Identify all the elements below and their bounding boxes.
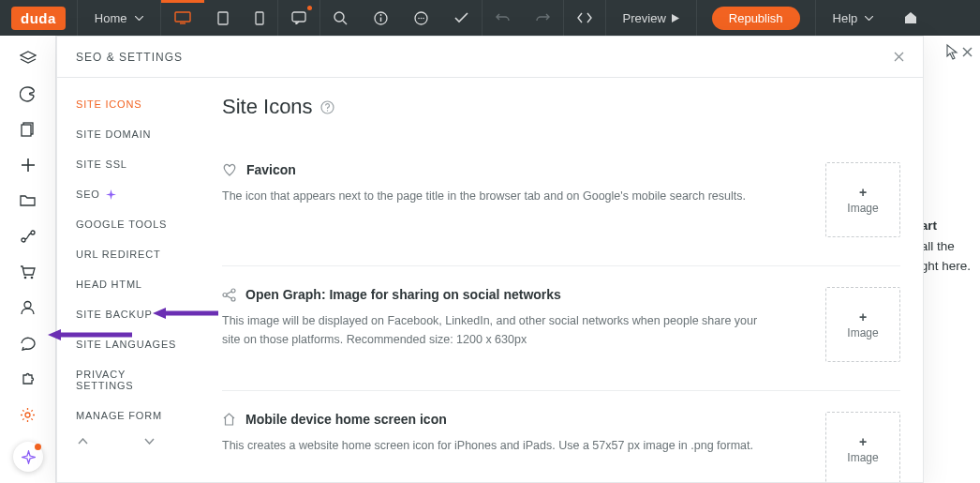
palette-icon[interactable] bbox=[19, 84, 37, 103]
plus-icon: + bbox=[859, 309, 867, 325]
chat-button[interactable] bbox=[401, 0, 441, 36]
left-rail bbox=[0, 36, 56, 483]
open-graph-section: Open Graph: Image for sharing on social … bbox=[222, 266, 900, 391]
svg-rect-0 bbox=[175, 12, 190, 22]
svg-rect-2 bbox=[218, 12, 228, 24]
background-text: art all the ght here. bbox=[921, 216, 971, 277]
nav-privacy-settings[interactable]: Privacy Settings bbox=[57, 359, 200, 400]
chevron-down-icon bbox=[135, 16, 143, 21]
nav-head-html[interactable]: Head HTML bbox=[57, 269, 200, 299]
nav-seo-label: SEO bbox=[76, 189, 100, 200]
help-menu[interactable]: Help bbox=[816, 0, 891, 36]
bg-line-2: all the bbox=[921, 236, 971, 257]
svg-point-18 bbox=[22, 238, 25, 242]
panel-header: SEO & SETTINGS bbox=[57, 37, 923, 78]
svg-point-5 bbox=[334, 12, 344, 22]
preview-button[interactable]: Preview bbox=[606, 0, 696, 36]
svg-point-9 bbox=[379, 14, 381, 16]
tablet-view-button[interactable] bbox=[204, 0, 242, 36]
mobile-title: Mobile device home screen icon bbox=[245, 412, 447, 427]
preview-label: Preview bbox=[623, 11, 666, 25]
ai-assist-fab[interactable] bbox=[13, 442, 43, 472]
nav-site-domain[interactable]: Site Domain bbox=[57, 119, 200, 149]
add-icon[interactable] bbox=[19, 156, 37, 174]
puzzle-icon[interactable] bbox=[19, 370, 37, 388]
user-icon[interactable] bbox=[19, 298, 37, 317]
svg-point-32 bbox=[231, 297, 235, 301]
layers-icon[interactable] bbox=[19, 49, 37, 68]
notification-dot-icon bbox=[307, 6, 312, 10]
info-button[interactable] bbox=[361, 0, 401, 36]
nav-google-tools[interactable]: Google Tools bbox=[57, 209, 200, 239]
connections-icon[interactable] bbox=[19, 227, 37, 246]
background-cursor-hint bbox=[945, 43, 973, 60]
comments-button[interactable] bbox=[278, 0, 319, 36]
search-button[interactable] bbox=[320, 0, 361, 36]
dev-mode-button[interactable] bbox=[564, 0, 605, 36]
chevron-down-icon bbox=[865, 16, 873, 21]
plus-icon: + bbox=[859, 185, 867, 200]
svg-point-21 bbox=[31, 276, 34, 279]
svg-point-23 bbox=[25, 413, 30, 417]
republish-button[interactable]: Republish bbox=[712, 7, 800, 30]
favicon-upload[interactable]: + Image bbox=[825, 162, 900, 237]
mobile-view-button[interactable] bbox=[242, 0, 277, 36]
svg-line-34 bbox=[227, 295, 231, 298]
separator bbox=[696, 0, 697, 36]
content-title-text: Site Icons bbox=[222, 95, 313, 119]
seo-settings-panel: SEO & SETTINGS Site Icons Site Domain Si… bbox=[56, 36, 924, 483]
nav-site-languages[interactable]: Site Languages bbox=[57, 329, 200, 359]
panel-title: SEO & SETTINGS bbox=[76, 51, 183, 64]
nav-site-ssl[interactable]: Site SSL bbox=[57, 149, 200, 179]
redo-button[interactable] bbox=[523, 0, 563, 36]
nav-scroll-up-button[interactable] bbox=[78, 438, 88, 445]
svg-point-29 bbox=[326, 110, 327, 111]
desktop-view-button[interactable] bbox=[161, 0, 204, 36]
svg-point-22 bbox=[24, 302, 31, 309]
favicon-desc: The icon that appears next to the page t… bbox=[222, 187, 769, 205]
content-title: Site Icons bbox=[222, 95, 900, 119]
duda-logo[interactable]: duda bbox=[11, 7, 66, 30]
settings-icon[interactable] bbox=[19, 405, 37, 424]
folder-icon[interactable] bbox=[19, 191, 37, 210]
plus-icon: + bbox=[859, 434, 867, 449]
chat-icon[interactable] bbox=[19, 334, 37, 353]
svg-point-31 bbox=[231, 289, 235, 293]
upload-label: Image bbox=[847, 202, 878, 215]
cart-icon[interactable] bbox=[19, 263, 37, 281]
mobile-upload[interactable]: + Image bbox=[825, 412, 900, 482]
share-icon bbox=[222, 288, 236, 302]
home-button[interactable] bbox=[890, 0, 931, 36]
svg-point-19 bbox=[31, 231, 35, 234]
favicon-section: Favicon The icon that appears next to th… bbox=[222, 142, 900, 266]
og-desc: This image will be displayed on Facebook… bbox=[222, 311, 769, 349]
mobile-icon-section: Mobile device home screen icon This crea… bbox=[222, 391, 900, 482]
close-panel-button[interactable] bbox=[894, 52, 904, 62]
nav-site-backup[interactable]: Site Backup bbox=[57, 299, 200, 329]
svg-point-30 bbox=[223, 293, 227, 296]
home-icon bbox=[222, 413, 236, 426]
svg-rect-3 bbox=[256, 12, 263, 24]
pages-icon[interactable] bbox=[19, 120, 37, 139]
svg-line-6 bbox=[343, 21, 347, 24]
help-icon[interactable] bbox=[320, 100, 334, 114]
nav-manage-form[interactable]: Manage Form bbox=[57, 400, 200, 430]
settings-content: Site Icons Favicon The icon that appears… bbox=[200, 78, 923, 482]
nav-site-icons[interactable]: Site Icons bbox=[57, 89, 200, 119]
svg-line-33 bbox=[227, 291, 231, 294]
og-upload[interactable]: + Image bbox=[825, 287, 900, 362]
favicon-title: Favicon bbox=[246, 162, 296, 177]
svg-rect-4 bbox=[292, 12, 305, 22]
check-button[interactable] bbox=[441, 0, 482, 36]
page-selector[interactable]: Home bbox=[78, 0, 160, 36]
heart-icon bbox=[222, 163, 237, 176]
nav-seo[interactable]: SEO bbox=[57, 179, 200, 209]
og-title: Open Graph: Image for sharing on social … bbox=[245, 287, 561, 302]
svg-point-20 bbox=[24, 276, 27, 279]
top-bar: duda Home Preview bbox=[0, 0, 980, 36]
nav-scroll-down-button[interactable] bbox=[144, 438, 155, 445]
sparkle-icon bbox=[106, 189, 116, 200]
settings-side-nav: Site Icons Site Domain Site SSL SEO Goog… bbox=[57, 78, 200, 482]
undo-button[interactable] bbox=[483, 0, 523, 36]
nav-url-redirect[interactable]: URL Redirect bbox=[57, 239, 200, 269]
